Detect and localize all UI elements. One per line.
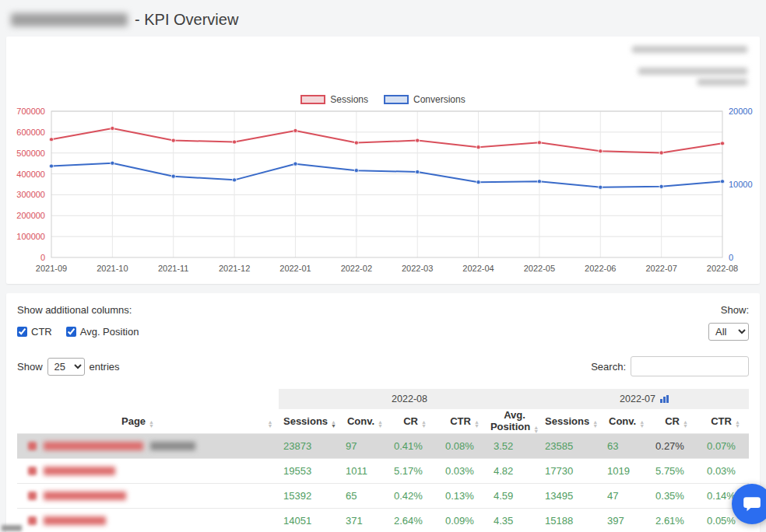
entries-select[interactable]: 25 — [47, 358, 85, 376]
group-spacer — [17, 389, 279, 409]
column-header-label: Sessions — [283, 415, 328, 427]
column-header-row: Page▲▼▲▼Sessions▲▼Conv.▲▼CR▲▼CTR▲▼Avg. P… — [17, 409, 749, 434]
column-header-conv[interactable]: Conv.▲▼ — [603, 409, 651, 434]
metric-value: 0.41% — [389, 434, 441, 459]
page-link-redacted[interactable] — [44, 516, 106, 525]
kpi-line-chart: 0100000200000300000400000500000600000700… — [6, 105, 760, 284]
series-sessions — [49, 126, 724, 155]
svg-text:2022-05: 2022-05 — [524, 264, 555, 273]
svg-text:100000: 100000 — [16, 232, 45, 241]
column-header-label: Conv. — [347, 415, 374, 427]
show-filter-select[interactable]: All — [708, 323, 749, 341]
column-header-label: Sessions — [545, 415, 589, 427]
sort-arrows-icon: ▲▼ — [474, 420, 480, 428]
sort-arrows-icon: ▲▼ — [639, 420, 645, 428]
column-header-ctr[interactable]: CTR▲▼ — [441, 409, 489, 434]
svg-text:2022-03: 2022-03 — [402, 264, 433, 273]
legend-item-conversions[interactable]: Conversions — [384, 94, 466, 105]
row-index-redacted — [28, 467, 37, 475]
column-header-label: Page — [121, 415, 146, 427]
toggle-label: Avg. Position — [80, 326, 139, 338]
entries-length-control: Show 25 entries — [17, 358, 120, 376]
sort-arrows-icon: ▲▼ — [268, 420, 273, 428]
show-filter-label: Show: — [721, 304, 749, 316]
column-header-sessions[interactable]: Sessions▲▼ — [279, 409, 341, 434]
svg-text:20000: 20000 — [729, 107, 753, 116]
page-extra-redacted — [150, 442, 195, 450]
legend-item-sessions[interactable]: Sessions — [300, 94, 368, 105]
row-index-redacted — [28, 442, 37, 450]
page-link-redacted[interactable] — [44, 467, 115, 475]
svg-text:600000: 600000 — [16, 128, 45, 137]
metric-value: 371 — [341, 509, 389, 532]
page: - KPI Overview SessionsConversions 01000… — [0, 0, 766, 532]
column-header-ctr[interactable]: CTR▲▼ — [702, 409, 749, 434]
metric-value: 0.07% — [702, 434, 749, 459]
table-row[interactable]: 140513712.64%0.09%4.35151883972.61%0.05% — [17, 509, 749, 532]
column-header-conv[interactable]: Conv.▲▼ — [341, 409, 389, 434]
metric-value: 2.61% — [651, 509, 702, 532]
column-header-cr[interactable]: CR▲▼ — [651, 409, 702, 434]
metric-value: 14051 — [279, 509, 341, 532]
chat-widget-button[interactable] — [732, 484, 766, 524]
sort-arrows-icon: ▲▼ — [735, 420, 740, 428]
metric-value: 3.52 — [489, 434, 540, 459]
column-header-sessions[interactable]: Sessions▲▼ — [540, 409, 603, 434]
svg-text:2022-04: 2022-04 — [462, 264, 494, 273]
column-header-label: CTR — [711, 415, 732, 427]
sort-arrows-icon: ▲▼ — [592, 420, 598, 428]
metric-value: 1019 — [603, 459, 651, 484]
page-link-redacted[interactable] — [44, 492, 126, 500]
search-input[interactable] — [631, 356, 749, 376]
metric-value: 1011 — [341, 459, 389, 484]
svg-text:2021-09: 2021-09 — [36, 264, 67, 273]
page-link-redacted[interactable] — [44, 442, 143, 450]
column-toggles: CTRAvg. Position — [17, 326, 139, 338]
toggle-avg-position: Avg. Position — [66, 326, 139, 338]
metric-value: 15188 — [540, 509, 603, 532]
metric-value: 4.82 — [489, 459, 540, 484]
avg-position-checkbox[interactable] — [66, 327, 76, 337]
column-header-cr[interactable]: CR▲▼ — [389, 409, 441, 434]
table-row[interactable]: 23873970.41%0.08%3.5223585630.27%0.07% — [17, 434, 749, 459]
svg-text:700000: 700000 — [16, 107, 45, 116]
toggle-label: CTR — [31, 326, 52, 338]
page-cell — [17, 434, 258, 459]
metric-value: 23585 — [540, 434, 603, 459]
svg-text:400000: 400000 — [16, 170, 45, 179]
column-header-spacer[interactable]: ▲▼ — [258, 409, 279, 434]
bar-chart-icon[interactable] — [659, 394, 669, 404]
corner-text-fragment — [2, 525, 22, 531]
table-row[interactable]: 15392650.42%0.13%4.5913495470.35%0.14% — [17, 484, 749, 509]
sort-arrows-icon: ▲▼ — [683, 420, 688, 428]
site-name-redacted — [11, 13, 128, 26]
column-group-2022-08: 2022-08 — [279, 389, 540, 409]
column-group-label: 2022-08 — [392, 394, 427, 404]
page-title: - KPI Overview — [135, 11, 238, 29]
page-cell — [17, 509, 258, 532]
metric-value: 65 — [341, 484, 389, 509]
metric-value: 5.75% — [651, 459, 702, 484]
toggle-ctr: CTR — [17, 326, 52, 338]
table-controls-row2: CTRAvg. Position All — [17, 323, 749, 341]
metric-value: 15392 — [279, 484, 341, 509]
column-header-avg-position[interactable]: Avg. Position▲▼ — [489, 409, 540, 434]
ctr-checkbox[interactable] — [17, 327, 27, 337]
legend-swatch — [300, 95, 325, 104]
column-header-page[interactable]: Page▲▼ — [17, 409, 258, 434]
kpi-table: 2022-082022-07Page▲▼▲▼Sessions▲▼Conv.▲▼C… — [17, 389, 749, 532]
page-cell — [17, 484, 258, 509]
metric-value: 0.03% — [441, 459, 489, 484]
metric-value: 0.35% — [651, 484, 702, 509]
svg-text:2021-11: 2021-11 — [158, 264, 189, 273]
metric-value: 4.35 — [489, 509, 540, 532]
metric-value: 13495 — [540, 484, 603, 509]
metric-value: 63 — [603, 434, 651, 459]
metric-value: 0.42% — [389, 484, 441, 509]
metric-value: 0.13% — [441, 484, 489, 509]
svg-text:0: 0 — [729, 253, 733, 262]
chart-info-line — [697, 79, 747, 86]
metric-value: 19553 — [279, 459, 341, 484]
spacer-cell — [258, 434, 279, 459]
table-row[interactable]: 1955310115.17%0.03%4.821773010195.75%0.0… — [17, 459, 749, 484]
